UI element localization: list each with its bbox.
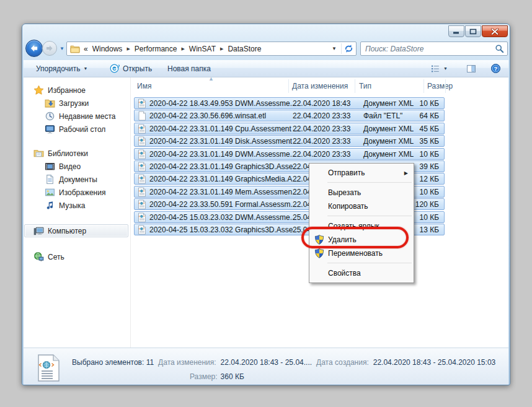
sidebar-item-documents[interactable]: Документы (24, 173, 128, 186)
menu-item-label: Переименовать (328, 249, 383, 258)
refresh-icon[interactable] (344, 43, 354, 54)
sidebar-item-computer[interactable]: Компьютер (24, 224, 128, 237)
sidebar-item-label: Сеть (48, 253, 64, 261)
column-divider[interactable] (445, 79, 446, 93)
organize-button[interactable]: Упорядочить ▼ (32, 62, 91, 76)
sidebar-item-downloads[interactable]: Загрузки (24, 97, 128, 110)
file-name: 2020-04-22 23.31.01.149 Cpu.Assessment .… (149, 125, 299, 133)
file-date-modified: 22.04.2020 23:33 (293, 112, 350, 120)
internet-explorer-icon (109, 63, 120, 74)
context-menu-item[interactable]: Отправить▶ (309, 166, 414, 180)
views-dropdown-icon: ▼ (443, 66, 448, 71)
context-menu-item[interactable]: Копировать (309, 199, 414, 213)
file-size: 64 КБ (419, 112, 439, 120)
breadcrumb-chevron-icon[interactable]: ▶ (126, 46, 130, 51)
breadcrumb-overflow[interactable]: « (84, 45, 88, 53)
column-header-size[interactable]: Размер (427, 82, 453, 90)
breadcrumb-chevron-icon[interactable]: ▶ (220, 46, 223, 51)
address-bar[interactable]: « Windows▶Performance▶WinSAT▶DataStore ▼ (66, 42, 357, 56)
file-name: 2020-04-22 18.43.49.953 DWM.Assessme... (149, 99, 296, 108)
file-row[interactable]: 2020-04-22 23.31.01.149 DWM.Assessme...2… (134, 148, 445, 160)
context-menu-item[interactable]: Создать ярлык (309, 219, 414, 233)
size-label: Размер: (190, 372, 218, 381)
file-row[interactable]: 2020-04-22 18.43.49.953 DWM.Assessme...2… (134, 97, 445, 109)
file-row[interactable]: 2020-04-22 23.31.01.149 Cpu.Assessment .… (134, 123, 445, 134)
context-menu-item[interactable]: Удалить (309, 233, 414, 247)
column-header-name[interactable]: Имя (137, 82, 151, 90)
search-icon[interactable] (495, 44, 504, 53)
sidebar-item-network[interactable]: Сеть (24, 250, 128, 263)
created-label: Дата создания: (316, 358, 369, 367)
organize-dropdown-icon: ▼ (83, 66, 87, 71)
address-divider (341, 43, 342, 54)
help-icon: ? (490, 63, 501, 74)
column-header-type[interactable]: Тип (359, 82, 371, 90)
libraries-icon (33, 148, 44, 159)
sidebar-item-label: Библиотеки (48, 149, 88, 158)
file-type: Документ XML (363, 125, 414, 133)
column-header-date[interactable]: Дата изменения (292, 82, 348, 90)
file-row[interactable]: 2020-04-22 23.30.56.696.winsat.etl22.04.… (134, 110, 445, 121)
sidebar-item-label: Компьютер (48, 227, 86, 235)
maximize-button[interactable] (465, 25, 481, 37)
sidebar-item-pictures[interactable]: Изображения (24, 186, 128, 199)
navigation-bar: ▼ « Windows▶Performance▶WinSAT▶DataStore… (22, 38, 510, 60)
sidebar-item-video[interactable]: Видео (24, 160, 128, 173)
maximize-icon (469, 28, 477, 35)
sidebar-item-star[interactable]: Избранное (24, 84, 128, 97)
context-menu-item[interactable]: Переименовать (309, 247, 414, 260)
help-button[interactable]: ? (487, 62, 505, 76)
music-icon (45, 200, 55, 211)
breadcrumb-item[interactable]: Performance (135, 45, 177, 53)
file-date-modified: 22.04.2020 18:43 (293, 99, 350, 108)
open-button[interactable]: Открыть (105, 62, 156, 76)
new-folder-button[interactable]: Новая папка (164, 62, 215, 76)
file-name: 2020-04-22 23.31.01.149 Mem.Assessmen... (149, 188, 298, 196)
file-type: Документ XML (363, 150, 414, 159)
back-button[interactable] (25, 40, 43, 57)
minimize-icon (453, 28, 460, 34)
breadcrumb-item[interactable]: WinSAT (189, 45, 216, 53)
search-box[interactable]: Поиск: DataStore (360, 42, 508, 56)
file-name: 2020-04-25 15.03.23.032 DWM.Assessme... (149, 213, 296, 222)
breadcrumb-chevron-icon[interactable]: ▶ (181, 46, 184, 51)
file-size: 10 КБ (419, 188, 439, 196)
uac-shield-icon (314, 248, 325, 259)
menu-item-label: Копировать (328, 202, 368, 211)
sidebar-item-label: Недавние места (59, 112, 115, 121)
file-name: 2020-04-22 23.31.01.149 DWM.Assessme... (149, 150, 296, 159)
sidebar-item-label: Документы (59, 175, 97, 184)
sidebar-item-recent[interactable]: Недавние места (24, 110, 128, 123)
column-divider[interactable] (423, 79, 424, 93)
selection-summary: Выбрано элементов: 11 Дата изменения: 22… (72, 358, 495, 367)
context-menu-item[interactable]: Вырезать (309, 186, 414, 199)
forward-button[interactable] (42, 41, 57, 56)
sidebar-item-desktop[interactable]: Рабочий стол (24, 123, 128, 136)
file-name: 2020-04-22 23.31.01.149 Disk.Assessment … (149, 137, 300, 146)
recent-pages-dropdown[interactable]: ▼ (60, 46, 64, 51)
file-size: 120 КБ (415, 200, 439, 209)
address-dropdown-icon[interactable]: ▼ (329, 46, 339, 51)
size-summary: Размер: 360 КБ (190, 372, 244, 381)
minimize-button[interactable] (448, 25, 464, 37)
context-menu: Отправить▶ВырезатьКопироватьСоздать ярлы… (309, 163, 414, 283)
sidebar-item-music[interactable]: Музыка (24, 199, 128, 212)
xml-file-icon (137, 174, 147, 184)
sidebar-item-label: Изображения (59, 188, 105, 197)
documents-icon (45, 174, 55, 185)
open-label: Открыть (123, 64, 152, 73)
file-row[interactable]: 2020-04-22 23.31.01.149 Disk.Assessment … (134, 135, 445, 147)
column-header-row: ▲ Имя Дата изменения Тип Размер (131, 77, 508, 95)
close-button[interactable] (482, 25, 508, 37)
etl-file-icon (137, 111, 147, 121)
breadcrumb-item[interactable]: DataStore (228, 45, 261, 53)
breadcrumb-item[interactable]: Windows (92, 45, 123, 53)
preview-pane-button[interactable] (463, 62, 480, 76)
column-divider[interactable] (355, 79, 355, 93)
main-area: ИзбранноеЗагрузкиНедавние местаРабочий с… (24, 77, 508, 348)
sidebar-item-libraries[interactable]: Библиотеки (24, 147, 128, 160)
context-menu-item[interactable]: Свойства (309, 266, 414, 280)
column-divider[interactable] (288, 79, 289, 93)
change-view-button[interactable]: ▼ (427, 62, 451, 76)
size-value: 360 КБ (221, 372, 244, 381)
